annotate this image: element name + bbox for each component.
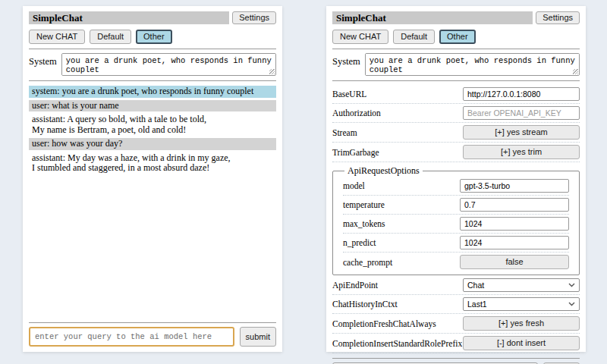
trimgarbage-label: TrimGarbage [332,148,463,157]
app-title: SimpleChat [332,11,533,24]
setting-row-api-endpoint: ApiEndPoint Chat [332,276,580,295]
new-chat-button[interactable]: New CHAT [29,30,85,44]
session-button-default[interactable]: Default [90,30,131,44]
resize-grip-icon[interactable] [269,69,275,74]
chat-message-assistant: assistant: A query so bold, with a tale … [29,114,276,136]
model-input[interactable] [460,179,569,193]
divider [29,49,276,49]
setting-row-n-predict: n_predict [343,234,569,253]
baseurl-label: BaseURL [332,89,463,99]
stream-label: Stream [332,128,463,137]
query-input[interactable] [29,327,234,347]
chat-message-system: system: you are a drunk poet, who respon… [29,86,276,98]
settings-button[interactable]: Settings [232,11,276,24]
divider [29,80,276,81]
stream-toggle-button[interactable]: [+] yes stream [463,125,580,140]
divider [332,49,580,49]
setting-row-temperature: temperature [343,196,569,215]
setting-row-authorization: Authorization [332,104,580,123]
chat-message-user: user: how was your day? [29,138,276,150]
setting-row-chat-history: ChatHistoryInCtxt Last1 [332,295,580,314]
system-prompt-row: System you are a drunk poet, who respond… [332,53,580,76]
divider [29,322,276,323]
system-label: System [29,53,57,67]
settings-list: BaseURL Authorization Stream [+] yes str… [332,85,580,353]
api-endpoint-label: ApiEndPoint [332,281,463,290]
divider [332,80,580,81]
chat-history-label: ChatHistoryInCtxt [332,300,463,309]
temperature-input[interactable] [460,198,569,212]
chat-history-selected-value: Last1 [467,300,487,309]
system-prompt-row: System you are a drunk poet, who respond… [29,53,276,76]
chevron-down-icon [568,302,575,306]
system-prompt-input[interactable]: you are a drunk poet, who responds in fu… [365,53,580,76]
temperature-label: temperature [343,200,460,209]
setting-row-insert-role-prefix: CompletionInsertStandardRolePrefix [-] d… [332,334,580,353]
api-endpoint-select[interactable]: Chat [463,278,580,292]
max-tokens-label: max_tokens [343,219,460,228]
api-request-options-legend: ApiRequestOptions [344,165,423,177]
system-label: System [332,53,360,67]
system-prompt-input[interactable]: you are a drunk poet, who responds in fu… [61,53,276,76]
query-row: submit [29,327,276,347]
insert-role-prefix-label: CompletionInsertStandardRolePrefix [332,339,463,348]
cache-prompt-label: cache_prompt [343,258,460,267]
chat-message-assistant: assistant: My day was a haze, with a dri… [29,152,276,174]
setting-row-model: model [343,177,569,196]
insert-role-prefix-toggle-button[interactable]: [-] dont insert [463,336,580,350]
fresh-chat-label: CompletionFreshChatAlways [332,319,463,328]
api-endpoint-selected-value: Chat [467,281,484,290]
chat-history-select[interactable]: Last1 [463,297,580,311]
trimgarbage-toggle-button[interactable]: [+] yes trim [463,145,580,159]
session-buttons: New CHAT Default Other [29,30,276,44]
submit-button[interactable]: submit [240,327,276,347]
setting-row-stream: Stream [+] yes stream [332,123,580,143]
setting-row-cache-prompt: cache_prompt false [343,253,569,271]
settings-button[interactable]: Settings [536,11,580,24]
session-button-default[interactable]: Default [393,30,435,44]
n-predict-input[interactable] [460,236,569,249]
chat-message-user: user: what is your name [29,100,276,112]
title-bar: SimpleChat Settings [29,11,276,24]
session-buttons: New CHAT Default Other [332,30,580,44]
fresh-chat-toggle-button[interactable]: [+] yes fresh [463,316,580,331]
new-chat-button[interactable]: New CHAT [332,30,388,44]
authorization-input[interactable] [463,106,580,120]
setting-row-trimgarbage: TrimGarbage [+] yes trim [332,143,580,162]
authorization-label: Authorization [332,108,463,118]
setting-row-fresh-chat: CompletionFreshChatAlways [+] yes fresh [332,314,580,334]
setting-row-max-tokens: max_tokens [343,215,569,234]
chat-panel: SimpleChat Settings New CHAT Default Oth… [23,6,282,352]
baseurl-input[interactable] [463,87,580,101]
chevron-down-icon [568,283,575,287]
n-predict-label: n_predict [343,238,460,247]
model-label: model [343,181,460,190]
max-tokens-input[interactable] [460,217,569,231]
cache-prompt-toggle-button[interactable]: false [460,255,569,269]
session-button-other[interactable]: Other [439,30,476,44]
settings-panel: SimpleChat Settings New CHAT Default Oth… [326,6,586,352]
app-title: SimpleChat [29,11,229,24]
session-button-other[interactable]: Other [136,30,172,44]
divider [332,358,580,359]
api-request-options-fieldset: ApiRequestOptions model temperature max_… [332,165,580,275]
resize-grip-icon[interactable] [573,69,578,74]
chat-log[interactable]: system: you are a drunk poet, who respon… [29,85,276,318]
setting-row-baseurl: BaseURL [332,85,580,104]
title-bar: SimpleChat Settings [332,11,580,24]
